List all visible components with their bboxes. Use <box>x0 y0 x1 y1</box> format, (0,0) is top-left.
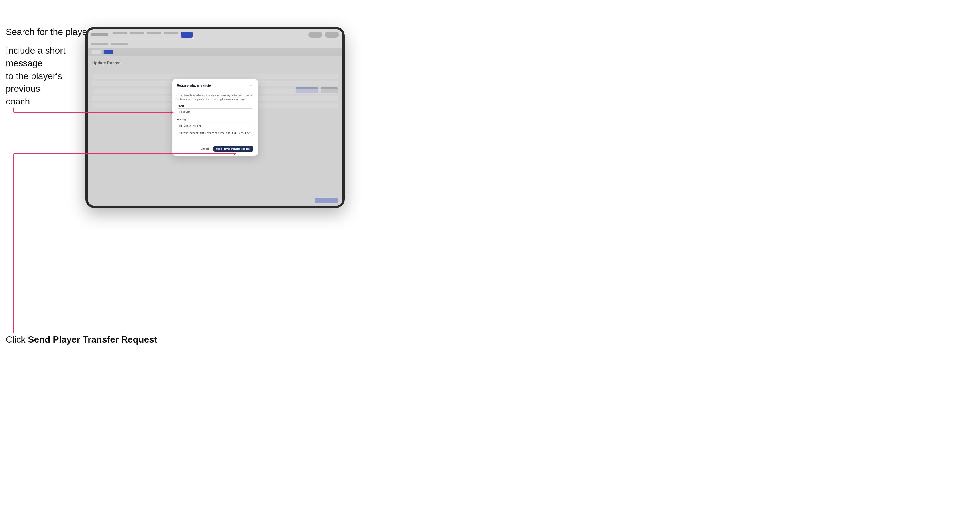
modal-body: If the player is transferring from anoth… <box>172 91 258 144</box>
message-label: Message <box>177 118 253 121</box>
message-field: Message Hi Coach McHarg, Please accept t… <box>177 118 253 137</box>
annotation-search: Search for the player. <box>6 25 92 38</box>
modal-description: If the player is transferring from anoth… <box>177 94 253 101</box>
modal-footer: Cancel Send Player Transfer Request <box>172 144 258 156</box>
player-field: Player <box>177 105 253 115</box>
tablet-screen: Update Roster Request player transfer × <box>88 29 342 206</box>
annotation-click: Click Send Player Transfer Request <box>6 333 157 346</box>
player-label: Player <box>177 105 253 107</box>
player-input[interactable] <box>177 108 253 115</box>
modal-close-button[interactable]: × <box>249 83 253 88</box>
tablet-device: Update Roster Request player transfer × <box>86 27 345 208</box>
modal-header: Request player transfer × <box>172 79 258 91</box>
send-transfer-button[interactable]: Send Player Transfer Request <box>213 146 253 152</box>
modal-overlay: Request player transfer × If the player … <box>88 29 342 206</box>
cancel-button[interactable]: Cancel <box>199 146 211 151</box>
modal-dialog: Request player transfer × If the player … <box>172 79 258 156</box>
message-textarea[interactable]: Hi Coach McHarg, Please accept this tran… <box>177 122 253 136</box>
modal-title: Request player transfer <box>177 84 212 87</box>
annotation-message: Include a short messageto the player's p… <box>6 44 80 108</box>
